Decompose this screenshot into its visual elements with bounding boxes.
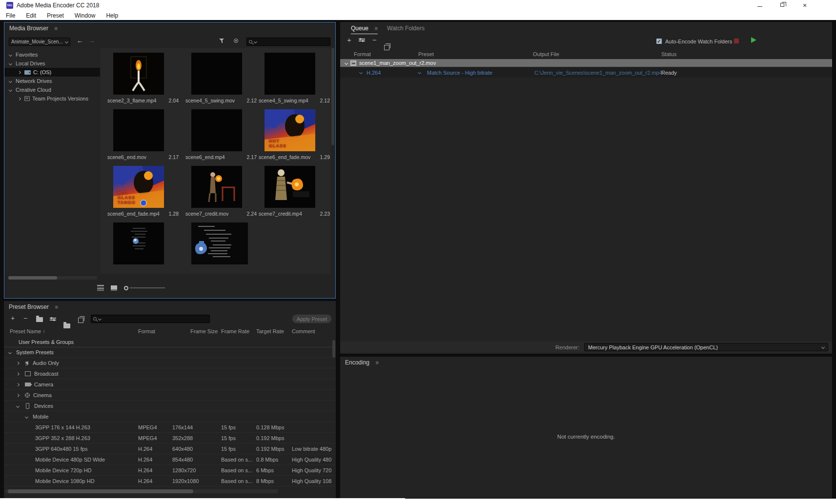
preset-category-camera[interactable]: Camera	[4, 380, 336, 390]
preset-row[interactable]: 3GPP 640x480 15 fps H.264 640x480 15 fps…	[4, 444, 336, 454]
import-preset-icon[interactable]	[63, 323, 70, 328]
chevron-right-icon	[16, 393, 20, 397]
preset-group-user[interactable]: User Presets & Groups	[4, 337, 336, 347]
panel-menu-icon[interactable]: ≡	[374, 25, 377, 31]
preset-row[interactable]: 3GPP 352 x 288 H.263 MPEG4 352x288 15 fp…	[4, 433, 336, 444]
source-dropdown[interactable]: Animate_Movie_Scen...	[9, 38, 70, 46]
scrollbar-thumb[interactable]	[8, 276, 57, 280]
queue-job-row[interactable]: H.264 Match Source - High bitrate C:\Jen…	[340, 68, 832, 78]
preset-search-input[interactable]	[91, 315, 210, 323]
preset-row[interactable]: 3GPP 176 x 144 H.263 MPEG4 176x144 15 fp…	[4, 423, 336, 433]
preset-category-audio-only[interactable]: Audio Only	[4, 358, 336, 368]
restore-button[interactable]	[774, 0, 791, 11]
panel-menu-icon[interactable]: ≡	[55, 304, 58, 310]
minimize-button[interactable]	[752, 0, 768, 11]
add-source-button[interactable]: +	[347, 36, 351, 44]
media-name: scene6_end_fade.mov	[259, 154, 310, 160]
start-queue-button[interactable]	[751, 37, 756, 43]
tab-queue[interactable]: Queue ≡	[351, 25, 378, 34]
preset-horizontal-scrollbar[interactable]	[5, 489, 278, 493]
panel-menu-icon[interactable]: ≡	[54, 25, 57, 31]
chevron-right-icon	[18, 97, 21, 100]
speaker-icon	[25, 361, 28, 365]
tree-item-team-projects[interactable]: Team Projects Versions	[4, 94, 100, 103]
workspace: Media Browser ≡ Animate_Movie_Scen... ← …	[0, 20, 836, 499]
preset-category-cinema[interactable]: Cinema	[4, 390, 336, 401]
preset-target-rate: 0.192 Mbps	[256, 435, 290, 441]
preset-comment: High Quality 720	[292, 467, 334, 473]
list-view-icon[interactable]	[97, 285, 104, 291]
tab-queue-label: Queue	[351, 25, 368, 32]
zoom-slider-track[interactable]	[130, 287, 165, 288]
preset-vertical-scrollbar[interactable]	[332, 340, 335, 358]
preset-comment: High Quality 480	[292, 457, 334, 463]
menu-help[interactable]: Help	[106, 12, 118, 19]
auto-encode-checkbox[interactable]: ✓	[656, 39, 662, 44]
media-duration: 2.17	[247, 154, 257, 160]
queue-source-row[interactable]: scene1_man_zoom_out_r2.mov	[340, 59, 832, 67]
preset-row[interactable]: Mobile Device 480p SD Wide H.264 854x480…	[4, 455, 336, 465]
tree-item-c-drive[interactable]: C: (OS)	[4, 68, 100, 77]
apply-preset-button[interactable]: Apply Preset	[292, 314, 332, 323]
app-icon: Me	[6, 2, 13, 9]
preset-subgroup-mobile[interactable]: Mobile	[4, 412, 336, 422]
media-duration: 1.29	[320, 154, 330, 160]
job-preset[interactable]: Match Source - High bitrate	[427, 70, 492, 76]
preset-frame-size: 1920x1080	[172, 478, 202, 484]
filter-icon[interactable]	[219, 38, 224, 43]
film-reel-icon	[25, 393, 30, 398]
job-format[interactable]: H.264	[367, 70, 381, 76]
media-search-input[interactable]	[246, 38, 330, 46]
renderer-label: Renderer:	[555, 344, 579, 350]
sort-up-icon[interactable]: ↑	[42, 328, 45, 334]
delete-preset-button[interactable]: −	[23, 314, 27, 322]
preset-category-broadcast[interactable]: Broadcast	[4, 369, 336, 379]
preset-settings-icon[interactable]	[50, 318, 56, 323]
chevron-right-icon	[16, 383, 20, 386]
preset-row[interactable]: Mobile Device 720p HD H.264 1280x720 Bas…	[4, 465, 336, 476]
back-arrow-icon[interactable]: ←	[77, 37, 83, 44]
encoding-header: Encoding ≡	[340, 357, 832, 368]
preset-category-devices[interactable]: Devices	[4, 401, 336, 411]
preset-frame-size: 352x288	[172, 435, 202, 441]
preset-row[interactable]: Mobile Device 1080p HD H.264 1920x1080 B…	[4, 476, 336, 486]
forward-arrow-icon[interactable]: →	[88, 37, 95, 44]
stop-queue-button[interactable]	[734, 39, 739, 43]
panel-menu-icon[interactable]: ≡	[375, 360, 378, 365]
encoding-panel: Encoding ≡ Not currently encoding.	[340, 357, 832, 498]
scrollbar-thumb[interactable]	[8, 489, 193, 493]
menu-edit[interactable]: Edit	[26, 12, 36, 19]
duplicate-button[interactable]	[384, 45, 389, 50]
grid-vertical-scrollbar[interactable]	[331, 48, 334, 145]
tree-item-network-drives[interactable]: Network Drives	[4, 77, 100, 85]
category-label: Camera	[34, 382, 53, 387]
remove-button[interactable]: −	[372, 36, 377, 44]
menu-window[interactable]: Window	[75, 12, 96, 19]
tab-watch-folders[interactable]: Watch Folders	[387, 25, 425, 32]
preset-target-rate: 0.128 Mbps	[256, 424, 290, 430]
export-preset-icon[interactable]	[78, 318, 83, 323]
thumbnail-black	[265, 53, 315, 95]
renderer-dropdown[interactable]: Mercury Playback Engine GPU Acceleration…	[584, 343, 828, 351]
phone-icon	[26, 403, 29, 409]
thumbnail-view-icon[interactable]	[111, 285, 117, 291]
job-output-file[interactable]: C:\Jenn_vie_Scenes\scene1_man_zoom_out_r…	[534, 70, 662, 76]
tree-item-creative-cloud[interactable]: Creative Cloud	[4, 85, 100, 94]
tree-item-favorites[interactable]: Favorites	[4, 50, 100, 59]
create-preset-button[interactable]: +	[11, 314, 15, 322]
preset-group-system[interactable]: System Presets	[4, 347, 336, 358]
zoom-slider-knob[interactable]	[124, 286, 128, 290]
view-options-icon[interactable]	[234, 39, 238, 43]
add-output-button[interactable]	[359, 39, 365, 44]
tree-item-local-drives[interactable]: Local Drives	[4, 59, 100, 68]
thumbnail-flame	[113, 53, 164, 95]
close-button[interactable]: ×	[796, 0, 813, 11]
preset-frame-size: 1280x720	[172, 467, 202, 473]
category-label: Broadcast	[34, 371, 59, 377]
tree-horizontal-scrollbar[interactable]	[8, 276, 97, 280]
menu-file[interactable]: File	[6, 12, 15, 19]
thumbnail-text: HOT GLASS TANGO	[118, 190, 136, 205]
new-group-icon[interactable]	[36, 317, 43, 322]
preset-name: Mobile Device 720p HD	[35, 467, 133, 473]
menu-preset[interactable]: Preset	[47, 12, 64, 19]
